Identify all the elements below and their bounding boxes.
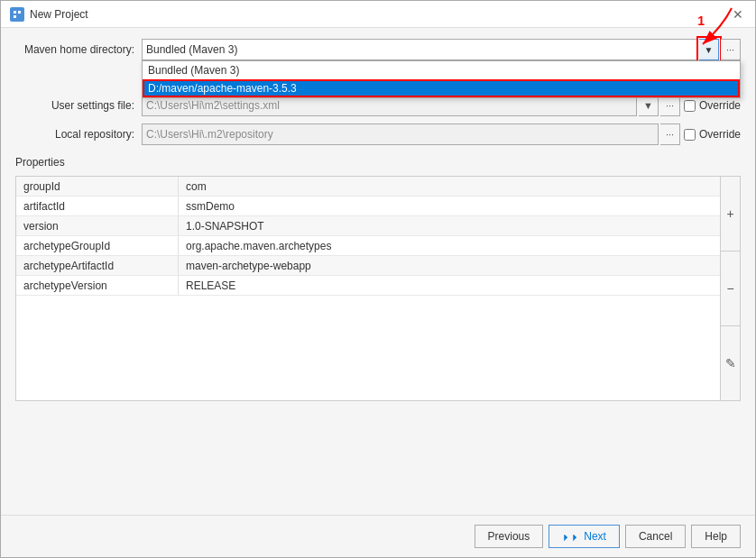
properties-container: groupId com artifactId ssmDemo version 1… [15, 176, 741, 401]
svg-rect-2 [18, 11, 21, 14]
maven-home-dropdown-button[interactable]: ▼ [699, 39, 719, 60]
prop-key-4: archetypeArtifactId [16, 256, 179, 275]
help-button[interactable]: Help [691, 525, 741, 548]
edit-property-button[interactable]: ✎ [721, 326, 740, 400]
prop-value-1: ssmDemo [179, 197, 720, 215]
local-repo-input[interactable] [142, 123, 659, 145]
maven-dropdown-list: Bundled (Maven 3) D:/maven/apache-maven-… [142, 60, 741, 98]
user-settings-override: Override [684, 99, 741, 112]
svg-rect-3 [14, 15, 16, 18]
svg-rect-0 [12, 9, 23, 20]
table-row: archetypeArtifactId maven-archetype-weba… [16, 256, 720, 276]
maven-home-row: Maven home directory: ▼ ··· 1 [15, 39, 741, 60]
prop-value-0: com [179, 177, 720, 196]
prop-key-2: version [16, 216, 179, 235]
content-area: Maven home directory: ▼ ··· 1 [1, 28, 755, 515]
local-repo-override-checkbox[interactable] [684, 129, 696, 141]
prop-value-3: org.apache.maven.archetypes [179, 236, 720, 255]
title-bar-left: New Project [10, 7, 88, 22]
previous-button[interactable]: Previous [475, 525, 544, 548]
table-row: archetypeGroupId org.apache.maven.archet… [16, 236, 720, 256]
table-row: artifactId ssmDemo [16, 197, 720, 216]
cancel-button[interactable]: Cancel [625, 525, 686, 548]
local-repo-field: ··· [142, 123, 680, 145]
dropdown-item-bundled[interactable]: Bundled (Maven 3) [143, 61, 740, 79]
next-icon: ⏵⏵ [562, 532, 580, 542]
property-action-buttons: + − ✎ [720, 177, 740, 400]
table-row: version 1.0-SNAPSHOT [16, 216, 720, 236]
local-repo-label: Local repository: [15, 128, 142, 141]
user-settings-override-checkbox[interactable] [684, 100, 696, 112]
local-repo-browse-button[interactable]: ··· [660, 123, 680, 145]
prop-key-3: archetypeGroupId [16, 236, 179, 255]
prop-value-5: RELEASE [179, 276, 720, 295]
prop-key-1: artifactId [16, 197, 179, 215]
local-repo-override-label: Override [699, 128, 741, 141]
prop-value-2: 1.0-SNAPSHOT [179, 216, 720, 235]
title-bar: New Project ✕ [1, 1, 755, 28]
next-button[interactable]: ⏵⏵ Next [549, 525, 620, 548]
user-settings-label: User settings file: [15, 99, 142, 112]
dialog: New Project ✕ Maven home directory: ▼ ··… [0, 0, 756, 558]
maven-home-field: ▼ ··· 1 Bundled (Maven 3) D:/maven [142, 39, 741, 60]
dialog-icon [10, 7, 24, 22]
dialog-title: New Project [30, 8, 88, 21]
properties-section-title: Properties [15, 156, 741, 169]
add-property-button[interactable]: + [721, 177, 740, 252]
table-row: archetypeVersion RELEASE [16, 276, 720, 296]
properties-list: groupId com artifactId ssmDemo version 1… [16, 177, 720, 400]
local-repo-override: Override [684, 128, 741, 141]
close-button[interactable]: ✕ [730, 6, 746, 23]
maven-home-label: Maven home directory: [15, 43, 142, 56]
dropdown-item-apache[interactable]: D:/maven/apache-maven-3.5.3 [143, 79, 740, 97]
table-row: groupId com [16, 177, 720, 197]
remove-property-button[interactable]: − [721, 252, 740, 326]
maven-home-input[interactable] [142, 39, 697, 60]
prop-key-0: groupId [16, 177, 179, 196]
prop-key-5: archetypeVersion [16, 276, 179, 295]
annotation-1: 1 [697, 14, 705, 28]
user-settings-override-label: Override [699, 99, 741, 112]
prop-value-4: maven-archetype-webapp [179, 256, 720, 275]
maven-home-browse-button[interactable]: ··· [721, 39, 741, 60]
local-repo-row: Local repository: ··· Override [15, 123, 741, 145]
footer: Previous ⏵⏵ Next Cancel Help [1, 515, 755, 557]
svg-rect-1 [14, 11, 16, 14]
